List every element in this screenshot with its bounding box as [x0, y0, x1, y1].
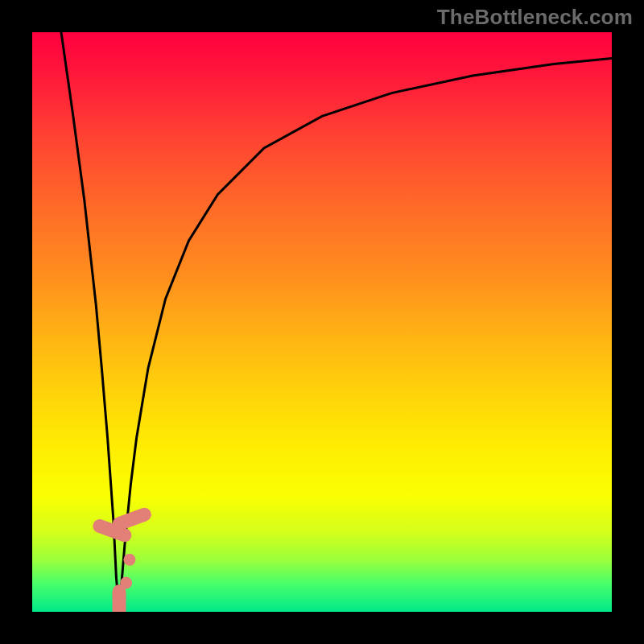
marker-pill-1	[110, 506, 153, 532]
series-right-branch	[119, 58, 612, 612]
marker-dot-2	[123, 554, 135, 566]
watermark-text: TheBottleneck.com	[437, 5, 633, 30]
curve-paths	[61, 32, 612, 612]
curve-markers	[91, 506, 153, 612]
marker-pill-4	[113, 584, 126, 612]
chart-frame: TheBottleneck.com	[0, 0, 644, 644]
plot-area	[32, 32, 612, 612]
curve-layer	[32, 32, 612, 612]
